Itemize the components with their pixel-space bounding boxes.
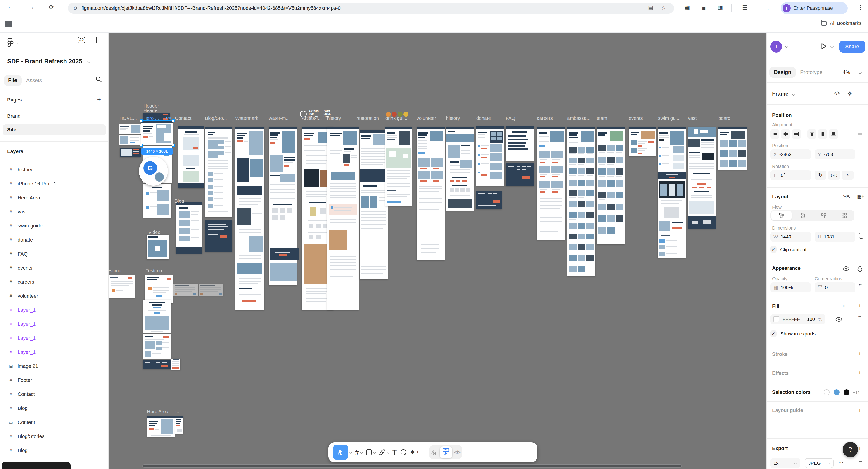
- icon-frame[interactable]: [398, 112, 403, 117]
- present-icon[interactable]: [820, 42, 827, 50]
- canvas-frame[interactable]: [199, 284, 223, 296]
- frame-label[interactable]: HOVE...: [119, 115, 137, 121]
- comment-tool[interactable]: [400, 449, 407, 456]
- more-colors-count[interactable]: +11: [852, 390, 860, 395]
- frame-label[interactable]: Testimo...: [108, 268, 125, 273]
- move-tool-chevron-icon[interactable]: [349, 451, 352, 454]
- canvas-frame[interactable]: [205, 127, 232, 217]
- export-format-select[interactable]: JPEG: [805, 458, 834, 468]
- corner-radius-input[interactable]: ⌜⌝0: [815, 283, 855, 292]
- canvas-frame[interactable]: [143, 184, 172, 218]
- tab-groups-icon[interactable]: [5, 21, 12, 27]
- rotation-input[interactable]: ∟0°: [770, 170, 811, 180]
- chevron-down-icon[interactable]: [831, 45, 834, 48]
- frame-tool[interactable]: #: [355, 448, 359, 456]
- chevron-down-icon[interactable]: [16, 41, 19, 45]
- canvas-frame[interactable]: [120, 148, 141, 157]
- selection-type[interactable]: Frame: [772, 91, 795, 97]
- flow-grid-icon[interactable]: [834, 211, 855, 220]
- layer-item-footer[interactable]: #Footer: [0, 374, 108, 387]
- frame-label[interactable]: Hero Area: [147, 409, 168, 414]
- profile-button[interactable]: T Enter Passphrase: [781, 2, 848, 14]
- add-fill-icon[interactable]: +: [858, 302, 862, 310]
- frame-label[interactable]: Blog: [175, 198, 184, 204]
- layer-item-careers[interactable]: #careers: [0, 275, 108, 289]
- frame-label[interactable]: water-m...: [269, 115, 290, 121]
- canvas-frame[interactable]: [176, 202, 202, 254]
- forward-icon[interactable]: →: [28, 4, 34, 11]
- align-h-center-icon[interactable]: [781, 129, 790, 139]
- actions-tool[interactable]: ❖+: [410, 449, 419, 456]
- frame-label[interactable]: restoration: [356, 115, 379, 121]
- pen-tool[interactable]: [379, 449, 385, 456]
- fill-visibility-icon[interactable]: [835, 317, 842, 322]
- canvas-frame[interactable]: [360, 130, 388, 279]
- constrain-proportions-icon[interactable]: ⌞: [859, 233, 864, 239]
- frame-label[interactable]: swim gui...: [658, 115, 681, 121]
- code-mode-icon[interactable]: </>: [454, 450, 461, 455]
- canvas-frame[interactable]: [506, 126, 534, 161]
- zoom-level[interactable]: 4%: [843, 69, 850, 76]
- canvas-frame[interactable]: [537, 127, 565, 240]
- independent-corners-icon[interactable]: ⌜”: [859, 284, 862, 288]
- canvas-frame[interactable]: [176, 416, 183, 434]
- layer-item-hero-area[interactable]: #Hero Area: [0, 191, 108, 205]
- dev-mode-icon[interactable]: </>: [834, 91, 840, 96]
- layer-item-volunteer[interactable]: #volunteer: [0, 289, 108, 303]
- canvas-frame[interactable]: [143, 360, 170, 369]
- more-options-icon[interactable]: ⋯: [859, 90, 864, 96]
- align-left-icon[interactable]: [770, 129, 779, 139]
- show-in-exports-checkbox[interactable]: ✓: [770, 330, 777, 337]
- layer-item-blog[interactable]: #Blog: [0, 402, 108, 415]
- selection-outline[interactable]: [141, 120, 172, 144]
- dev-mode-badge-icon[interactable]: </>: [165, 116, 171, 120]
- canvas-frame[interactable]: [718, 127, 747, 170]
- browser-menu-icon[interactable]: ⋮: [858, 4, 864, 11]
- width-input[interactable]: W1440: [770, 232, 811, 242]
- canvas-frame[interactable]: [687, 127, 716, 229]
- remove-export-icon[interactable]: −: [859, 458, 862, 465]
- align-right-icon[interactable]: [792, 129, 801, 139]
- height-input[interactable]: H1081: [815, 232, 855, 242]
- page-item-brand[interactable]: Brand: [7, 113, 21, 119]
- layer-item-iphone-16-pro-1[interactable]: #iPhone 16 Pro - 1: [0, 177, 108, 190]
- y-input[interactable]: Y-703: [815, 149, 855, 159]
- frame-label[interactable]: history: [446, 115, 460, 121]
- frame-label[interactable]: FAQ: [506, 115, 515, 121]
- selection-color-black[interactable]: [844, 389, 849, 395]
- frame-label[interactable]: board: [718, 115, 731, 121]
- canvas-frame[interactable]: [108, 275, 135, 298]
- canvas-frame[interactable]: [205, 220, 232, 252]
- page-item-site[interactable]: Site: [3, 124, 106, 135]
- align-bottom-icon[interactable]: [829, 129, 838, 139]
- canvas-horizontal-scrollbar[interactable]: [143, 465, 682, 468]
- canvas-frame[interactable]: [173, 284, 198, 296]
- layer-item-history[interactable]: #history: [0, 163, 108, 177]
- canvas-frame[interactable]: [178, 126, 204, 188]
- frame-label[interactable]: Testimo...: [146, 268, 166, 273]
- flip-vertical-icon[interactable]: ⇅: [842, 171, 854, 180]
- layer-item-layer-1[interactable]: ❖Layer_1: [0, 317, 108, 331]
- bookmark-sync-icon[interactable]: ▤: [648, 4, 653, 11]
- fill-color-row[interactable]: FFFFFF 100 %: [770, 314, 826, 324]
- frame-label[interactable]: ...: [398, 108, 402, 111]
- star-icon[interactable]: ☆: [661, 4, 666, 11]
- layer-item-contact[interactable]: #Contact: [0, 387, 108, 401]
- align-top-icon[interactable]: [807, 129, 816, 139]
- flow-horizontal-icon[interactable]: [813, 211, 834, 220]
- shape-tool[interactable]: [366, 449, 372, 456]
- back-icon[interactable]: ←: [7, 4, 13, 11]
- visibility-icon[interactable]: [843, 266, 849, 271]
- chevron-down-icon[interactable]: [373, 451, 376, 454]
- tab-prototype[interactable]: Prototype: [800, 69, 822, 76]
- canvas-frame[interactable]: [119, 135, 141, 145]
- canvas-frame[interactable]: [171, 358, 181, 370]
- share-button[interactable]: Share: [839, 41, 865, 53]
- canvas-frame[interactable]: [119, 124, 141, 134]
- notification-toast[interactable]: [2, 462, 70, 469]
- blend-mode-icon[interactable]: [857, 265, 863, 272]
- canvas-frame[interactable]: [269, 127, 297, 285]
- layer-item-image-21[interactable]: ▣image 21: [0, 359, 108, 373]
- frame-label[interactable]: ambassa...: [567, 115, 590, 121]
- layer-item-blog[interactable]: #Blog: [0, 444, 108, 457]
